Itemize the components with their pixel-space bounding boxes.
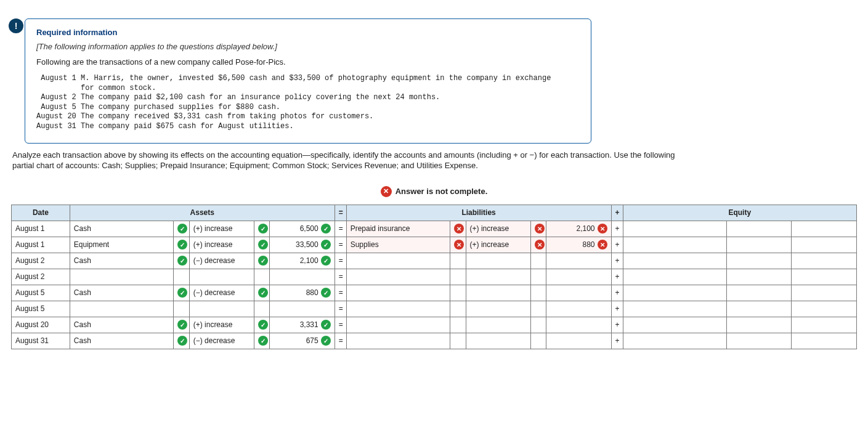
equity-direction-cell[interactable] — [727, 253, 792, 269]
asset-direction-cell[interactable]: (−) decrease — [189, 253, 254, 269]
liability-direction-cell[interactable]: (+) increase — [466, 237, 530, 253]
equity-account-cell[interactable] — [623, 285, 727, 301]
date-cell: August 5 — [12, 285, 70, 301]
liability-direction-mark — [530, 333, 546, 349]
equity-direction-cell[interactable] — [727, 237, 792, 253]
question-instructions: Analyze each transaction above by showin… — [12, 150, 696, 171]
liability-amount-cell[interactable] — [546, 285, 611, 301]
date-cell: August 31 — [12, 333, 70, 349]
check-icon: ✓ — [177, 320, 187, 330]
equity-direction-cell[interactable] — [727, 221, 792, 237]
equity-amount-cell[interactable] — [792, 333, 857, 349]
equals-cell: = — [335, 333, 346, 349]
liability-direction-cell[interactable] — [466, 301, 530, 317]
liability-amount-cell[interactable] — [546, 333, 611, 349]
asset-direction-cell[interactable] — [189, 301, 254, 317]
liability-direction-cell[interactable]: (+) increase — [466, 221, 530, 237]
equity-amount-cell[interactable] — [792, 237, 857, 253]
plus-cell: + — [611, 285, 623, 301]
liability-amount-cell[interactable] — [546, 301, 611, 317]
liability-account-cell[interactable]: Prepaid insurance — [346, 221, 450, 237]
equity-account-cell[interactable] — [623, 269, 727, 285]
asset-direction-cell[interactable]: (+) increase — [189, 237, 254, 253]
asset-account-cell[interactable]: Cash — [70, 317, 174, 333]
asset-account-cell[interactable]: Equipment — [70, 237, 174, 253]
asset-account-cell[interactable]: Cash — [70, 333, 174, 349]
liability-direction-cell[interactable] — [466, 333, 530, 349]
date-cell: August 2 — [12, 253, 70, 269]
liability-direction-mark — [530, 269, 546, 285]
equals-cell: = — [335, 269, 346, 285]
liability-direction-cell[interactable] — [466, 269, 530, 285]
check-icon: ✓ — [177, 336, 187, 346]
liability-account-cell[interactable] — [346, 269, 450, 285]
asset-account-cell[interactable] — [70, 301, 174, 317]
check-icon: ✓ — [321, 320, 331, 330]
asset-direction-cell[interactable]: (−) decrease — [189, 285, 254, 301]
asset-account-cell[interactable] — [70, 269, 174, 285]
liability-account-mark: ✕ — [450, 221, 466, 237]
liability-amount-cell[interactable] — [546, 269, 611, 285]
asset-direction-cell[interactable] — [189, 269, 254, 285]
equity-account-cell[interactable] — [623, 237, 727, 253]
liability-account-cell[interactable] — [346, 301, 450, 317]
liability-amount-cell[interactable]: 880 ✕ — [546, 237, 611, 253]
liability-amount-cell[interactable] — [546, 253, 611, 269]
asset-amount-cell[interactable] — [270, 269, 335, 285]
asset-direction-cell[interactable]: (+) increase — [189, 317, 254, 333]
error-icon: ✕ — [598, 240, 607, 250]
header-date: Date — [12, 205, 70, 221]
liability-direction-mark: ✕ — [530, 221, 546, 237]
asset-direction-cell[interactable]: (−) decrease — [189, 333, 254, 349]
asset-account-cell[interactable]: Cash — [70, 221, 174, 237]
asset-amount-cell[interactable]: 880 ✓ — [270, 285, 335, 301]
plus-cell: + — [611, 269, 623, 285]
equity-account-cell[interactable] — [623, 253, 727, 269]
asset-amount-cell[interactable]: 33,500 ✓ — [270, 237, 335, 253]
asset-amount-cell[interactable]: 675 ✓ — [270, 333, 335, 349]
equity-account-cell[interactable] — [623, 221, 727, 237]
check-icon: ✓ — [258, 320, 268, 330]
equity-amount-cell[interactable] — [792, 285, 857, 301]
liability-account-cell[interactable] — [346, 253, 450, 269]
liability-account-mark — [450, 269, 466, 285]
equity-account-cell[interactable] — [623, 333, 727, 349]
equity-account-cell[interactable] — [623, 317, 727, 333]
liability-account-cell[interactable] — [346, 333, 450, 349]
asset-direction-cell[interactable]: (+) increase — [189, 221, 254, 237]
date-cell: August 2 — [12, 269, 70, 285]
asset-amount-cell[interactable]: 6,500 ✓ — [270, 221, 335, 237]
asset-amount-cell[interactable]: 3,331 ✓ — [270, 317, 335, 333]
equity-direction-cell[interactable] — [727, 333, 792, 349]
date-cell: August 20 — [12, 317, 70, 333]
equity-direction-cell[interactable] — [727, 285, 792, 301]
asset-amount-cell[interactable]: 2,100 ✓ — [270, 253, 335, 269]
liability-account-cell[interactable] — [346, 285, 450, 301]
asset-account-cell[interactable]: Cash — [70, 253, 174, 269]
asset-amount-cell[interactable] — [270, 301, 335, 317]
liability-account-mark — [450, 285, 466, 301]
liability-account-cell[interactable] — [346, 317, 450, 333]
equity-amount-cell[interactable] — [792, 221, 857, 237]
liability-amount-cell[interactable] — [546, 317, 611, 333]
equity-account-cell[interactable] — [623, 301, 727, 317]
error-icon: ✕ — [535, 224, 545, 233]
table-row: August 1Cash✓(+) increase✓6,500 ✓=Prepai… — [12, 221, 857, 237]
check-icon: ✓ — [258, 240, 268, 250]
equity-amount-cell[interactable] — [792, 301, 857, 317]
error-icon: ✕ — [454, 240, 464, 250]
equity-amount-cell[interactable] — [792, 253, 857, 269]
liability-direction-cell[interactable] — [466, 317, 530, 333]
equity-amount-cell[interactable] — [792, 317, 857, 333]
equity-amount-cell[interactable] — [792, 269, 857, 285]
liability-account-cell[interactable]: Supplies — [346, 237, 450, 253]
equity-direction-cell[interactable] — [727, 317, 792, 333]
equity-direction-cell[interactable] — [727, 269, 792, 285]
liability-direction-cell[interactable] — [466, 253, 530, 269]
asset-account-cell[interactable]: Cash — [70, 285, 174, 301]
liability-amount-cell[interactable]: 2,100 ✕ — [546, 221, 611, 237]
table-header-row: Date Assets = Liabilities + Equity — [12, 205, 857, 221]
equity-direction-cell[interactable] — [727, 301, 792, 317]
liability-direction-cell[interactable] — [466, 285, 530, 301]
table-row: August 1Equipment✓(+) increase✓33,500 ✓=… — [12, 237, 857, 253]
